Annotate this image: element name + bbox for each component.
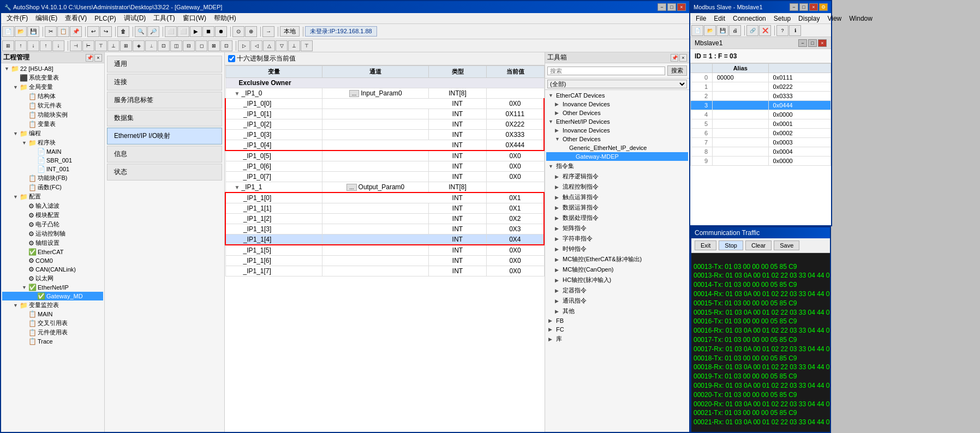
mods-tb-new[interactable]: 📄 (691, 25, 703, 36)
tb2-b7[interactable]: ⊢ (82, 40, 94, 51)
toolbox-pin[interactable]: 📌 (671, 54, 678, 62)
tree-item-int001[interactable]: 📄 INT_001 (2, 165, 103, 173)
tree-close[interactable]: × (94, 54, 102, 62)
tree-item-softelem[interactable]: 📋 软元件表 (2, 101, 103, 110)
tree-item-funcs[interactable]: 📋 函数(FC) (2, 183, 103, 192)
tb2-b14[interactable]: ◫ (170, 40, 182, 51)
tree-item-motionctrl[interactable]: ⚙ 运动控制轴 (2, 229, 103, 238)
child-row-ip10-4[interactable]: _IP1_0[4] INT 0X444 (225, 140, 544, 151)
tb-node-mc-canopen[interactable]: ▶ MC轴控(CanOpen) (546, 264, 688, 275)
mods-tb-connect[interactable]: 🔗 (746, 25, 758, 36)
tree-item-modules[interactable]: ▼ 📁 程序块 (2, 138, 103, 147)
tab-min[interactable]: − (798, 39, 807, 47)
tb-node-other-1[interactable]: ▶ Other Devices (546, 109, 688, 117)
modbus-close-btn[interactable]: × (809, 3, 818, 11)
hex-display-checkbox[interactable] (228, 55, 235, 62)
tb-delete[interactable]: 🗑 (117, 26, 129, 37)
tb-node-timer[interactable]: ▶ 定器指令 (546, 285, 688, 296)
mods-menu-display[interactable]: Display (795, 14, 823, 23)
tb-find[interactable]: 🔍 (135, 26, 147, 37)
tree-item-struct[interactable]: 📋 结构体 (2, 92, 103, 101)
tb2-b5[interactable]: ↓ (52, 40, 64, 51)
tb2-b4[interactable]: ↑ (40, 40, 52, 51)
child-row-ip11-1[interactable]: _IP1_1[1] INT 0X1 (225, 203, 544, 214)
mods-row-7[interactable]: 7 0x0003 (691, 138, 831, 147)
tree-item-mainmon[interactable]: 📋 MAIN (2, 310, 103, 318)
tree-item-funcblocks[interactable]: 📋 功能块(FB) (2, 173, 103, 183)
tb-node-gateway-mdep[interactable]: Gateway-MDEP (546, 152, 688, 161)
tb-node-clock[interactable]: ▶ 时钟指令 (546, 244, 688, 254)
mods-menu-file[interactable]: File (692, 14, 709, 23)
tree-pin[interactable]: 📌 (86, 54, 93, 62)
tb2-b23[interactable]: ⊥ (288, 40, 300, 51)
comm-save-btn[interactable]: Save (774, 240, 799, 250)
tree-item-varmonitor[interactable]: ▼ 📁 变量监控表 (2, 300, 103, 310)
tree-item-axisconf[interactable]: ⚙ 轴组设置 (2, 238, 103, 248)
tb2-b13[interactable]: ⊡ (158, 40, 170, 51)
tb-node-ethercat-devices[interactable]: ▼ EtherCAT Devices (546, 91, 688, 100)
tb-node-ethernet-devices[interactable]: ▼ EtherNet/IP Devices (546, 117, 688, 126)
tree-item-ethercat[interactable]: ✅ EtherCAT (2, 248, 103, 256)
child-row-ip10-3[interactable]: _IP1_0[3] INT 0X333 (225, 130, 544, 140)
tb-node-matrix[interactable]: ▶ 矩阵指令 (546, 223, 688, 233)
tb2-b17[interactable]: ⊠ (208, 40, 220, 51)
tb2-b9[interactable]: ⊥ (107, 40, 119, 51)
mods-row-3[interactable]: 3 0x0444 (691, 101, 831, 110)
tb-undo[interactable]: ↩ (87, 26, 99, 37)
tree-item-config[interactable]: ▼ 📁 配置 (2, 192, 103, 201)
child-row-ip10-2[interactable]: _IP1_0[2] INT 0X222 (225, 119, 544, 130)
tb2-b16[interactable]: ◻ (195, 40, 207, 51)
tb-node-contact-op[interactable]: ▶ 触点运算指令 (546, 192, 688, 202)
mods-tb-save[interactable]: 💾 (716, 25, 728, 36)
tb-node-inovance-1[interactable]: ▶ Inovance Devices (546, 100, 688, 109)
mods-row-8[interactable]: 8 0x0004 (691, 147, 831, 157)
tb2-b10[interactable]: ⊞ (120, 40, 132, 51)
tb-node-mc-axis[interactable]: ▶ MC轴控(EtherCAT&脉冲输出) (546, 254, 688, 264)
mods-row-0[interactable]: 0 00000 0x0111 (691, 73, 831, 82)
tb2-b8[interactable]: ⊤ (95, 40, 107, 51)
mods-menu-view[interactable]: View (824, 14, 845, 23)
tb2-b21[interactable]: △ (263, 40, 275, 51)
tree-item-program[interactable]: ▼ 📁 编程 (2, 129, 103, 138)
tree-item-modconf[interactable]: ⚙ 模块配置 (2, 211, 103, 220)
config-btn-info[interactable]: 信息 (107, 146, 222, 163)
tb-node-other-2[interactable]: ▼ Other Devices (546, 135, 688, 143)
child-row-ip10-7[interactable]: _IP1_0[7] INT 0X0 (225, 172, 544, 182)
toolbox-close[interactable]: × (679, 54, 687, 62)
menu-plc[interactable]: PLC(P) (91, 14, 119, 23)
tb-paste[interactable]: 📌 (70, 26, 82, 37)
child-row-ip11-3[interactable]: _IP1_1[3] INT 0X3 (225, 224, 544, 234)
tb-node-other[interactable]: ▶ 其他 (546, 306, 688, 316)
tb-node-comm[interactable]: ▶ 通讯指令 (546, 296, 688, 306)
menu-window[interactable]: 窗口(W) (180, 13, 210, 23)
tb2-b19[interactable]: ▷ (238, 40, 250, 51)
mods-row-2[interactable]: 2 0x0333 (691, 92, 831, 101)
child-row-ip10-1[interactable]: _IP1_0[1] INT 0X111 (225, 109, 544, 119)
tab-close[interactable]: × (818, 39, 827, 47)
parent-row-ip10[interactable]: ▼ _IP1_0 ... Input_Param0 INT[8] (225, 88, 544, 99)
tb2-b24[interactable]: ⊤ (301, 40, 313, 51)
toolbox-filter-select[interactable]: (全部) (547, 80, 687, 88)
child-row-ip10-6[interactable]: _IP1_0[6] INT 0X0 (225, 161, 544, 172)
mods-row-6[interactable]: 6 0x0002 (691, 129, 831, 138)
tree-item-main[interactable]: 📄 MAIN (2, 147, 103, 156)
mods-menu-edit[interactable]: Edit (710, 14, 728, 23)
tree-item-root[interactable]: ▼ 📁 22 [H5U-A8] (2, 64, 103, 73)
tb2-b18[interactable]: ⊡ (220, 40, 232, 51)
tb-node-flow-ctrl[interactable]: ▶ 流程控制指令 (546, 182, 688, 192)
mods-tb-disconnect[interactable]: ❌ (759, 25, 771, 36)
child-row-ip11-0[interactable]: _IP1_1[0] INT 0X1 (225, 193, 544, 203)
tb2-b3[interactable]: ↓ (27, 40, 39, 51)
tb-copy[interactable]: 📋 (57, 26, 69, 37)
child-row-ip11-4[interactable]: _IP1_1[4] INT 0X4 (225, 234, 544, 245)
child-row-ip11-5[interactable]: _IP1_1[5] INT 0X0 (225, 245, 544, 256)
tb-b6[interactable]: ⊙ (232, 26, 244, 37)
tb2-b20[interactable]: ◁ (250, 40, 262, 51)
btn-dots-ip11[interactable]: ... (346, 184, 356, 191)
mods-row-9[interactable]: 9 0x0000 (691, 157, 831, 166)
tree-item-com0[interactable]: ⚙ COM0 (2, 256, 103, 265)
child-row-ip11-6[interactable]: _IP1_1[6] INT 0X0 (225, 256, 544, 266)
tb-node-lib[interactable]: ▶ 库 (546, 334, 688, 344)
mods-tb-print[interactable]: 🖨 (729, 25, 741, 36)
config-btn-service[interactable]: 服务消息标签 (107, 92, 222, 109)
